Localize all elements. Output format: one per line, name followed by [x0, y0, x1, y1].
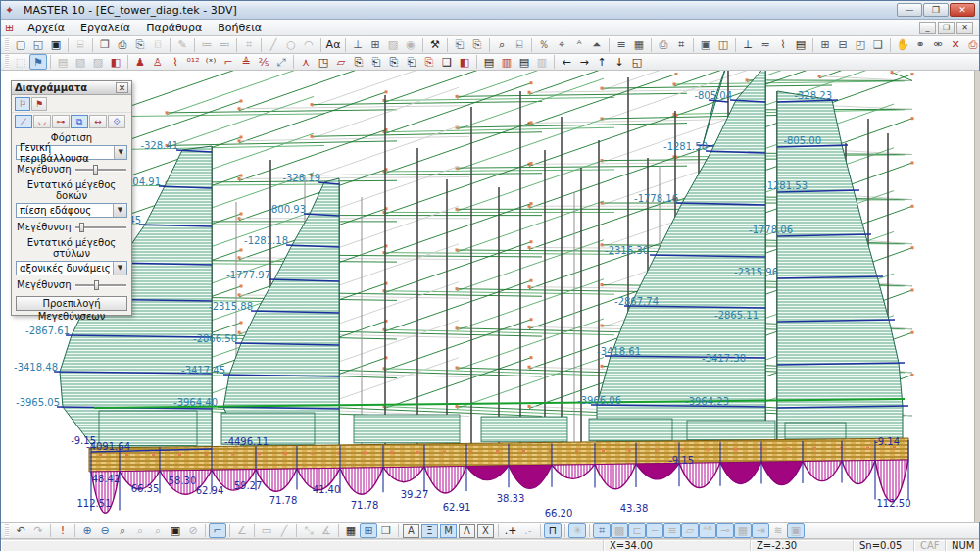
diag-moment-icon[interactable]: ⟋ — [15, 115, 32, 128]
draw-arc-icon[interactable]: ◠ — [300, 37, 318, 53]
print-preview-icon[interactable]: ⎘ — [131, 37, 149, 53]
clipboard-2-icon[interactable]: ⎗ — [368, 54, 385, 70]
node-tool-icon[interactable]: ⊥ — [349, 37, 367, 53]
snap-grid-icon[interactable]: ⌗ — [593, 523, 611, 538]
diag-axial-icon[interactable]: ⊶ — [52, 115, 70, 128]
edit-pencil-icon[interactable]: ✎ — [173, 37, 191, 53]
diagram-mode-icon[interactable]: ⚑ — [29, 54, 47, 70]
letter-Lambda-icon[interactable]: Λ — [459, 524, 475, 538]
beam-4-icon[interactable]: ▥ — [533, 54, 551, 70]
snap-edge-icon[interactable]: ⊏ — [628, 523, 646, 538]
chevron-down-icon[interactable]: ▼ — [113, 262, 126, 275]
frame-edit-icon[interactable]: ⊞ — [816, 37, 834, 53]
zoom-dynamic-icon[interactable]: ⌕ — [131, 523, 149, 538]
beam-3-icon[interactable]: ▤ — [515, 54, 533, 70]
section-view-icon[interactable]: ▤ — [792, 37, 809, 53]
cube-red-icon[interactable]: ◧ — [456, 54, 473, 70]
attach-icon[interactable]: ⌖ — [553, 37, 570, 53]
chb-stamp-icon[interactable]: ⌸ — [72, 37, 89, 53]
pan-down-icon[interactable]: ↓ — [611, 54, 628, 70]
snap-box-icon[interactable]: ▣ — [787, 523, 805, 538]
zoom-in-icon[interactable]: ⊕ — [78, 523, 96, 538]
list-layers-icon[interactable]: ≕ — [216, 37, 233, 53]
hatch-tool-icon[interactable]: ▨ — [384, 37, 402, 53]
clipboard-red-icon[interactable]: ⎘ — [420, 54, 438, 70]
render-icon[interactable]: ◫ — [714, 37, 732, 53]
loading-select[interactable]: Γενική περιβάλλουσα ▼ — [16, 145, 127, 160]
letter-Xi-icon[interactable]: Ξ — [421, 524, 438, 538]
diag-show-icon[interactable]: ⚐ — [15, 97, 30, 111]
delete-red-icon[interactable]: ✕ — [947, 37, 964, 53]
transfer-in-icon[interactable]: ⎘ — [468, 37, 486, 53]
diag-combo-icon[interactable]: ⟐ — [108, 115, 125, 128]
tables-icon[interactable]: ⌗ — [672, 37, 690, 53]
measure-icon[interactable]: ▭ — [258, 523, 275, 538]
letter-M-icon[interactable]: M — [440, 524, 457, 538]
copy-icon[interactable]: ❐ — [96, 37, 114, 53]
open-view-icon[interactable]: ◱ — [628, 54, 646, 70]
pan-hand-icon[interactable]: ✋ — [894, 37, 911, 53]
snap-mid-icon[interactable]: − — [646, 523, 663, 538]
letter-A-icon[interactable]: A — [403, 524, 419, 538]
text-tool-icon[interactable]: Aα — [324, 37, 342, 53]
percent-icon[interactable]: ％ — [535, 37, 553, 53]
mouse-mode-icon[interactable]: ⊓ — [544, 523, 562, 538]
snap-parallel-icon[interactable]: ≡ — [663, 523, 681, 538]
snap-wave-icon[interactable]: ≋ — [769, 523, 787, 538]
sum-tool-icon[interactable]: ≡ — [612, 37, 630, 53]
print-red-icon[interactable]: ⎙ — [964, 37, 980, 53]
zoom-scale-icon[interactable]: ⌕ — [149, 523, 167, 538]
drawing-canvas[interactable]: -328.41-804.91-1281.45-1778.10-2316.74-2… — [1, 71, 974, 522]
find-doc-icon[interactable]: ⌕ — [493, 37, 511, 53]
toolbar-grip[interactable] — [5, 524, 9, 537]
calc-icon[interactable]: ▦ — [342, 523, 360, 538]
save-file-icon[interactable]: ▣ — [47, 37, 65, 53]
diag-shear-icon[interactable]: ◡ — [33, 115, 51, 128]
support-3-icon[interactable]: ⌇ — [774, 37, 792, 53]
draw-circle-icon[interactable]: ○ — [282, 37, 300, 53]
zoom-previous-icon[interactable]: ⊘ — [184, 523, 202, 538]
crosshair-icon[interactable]: ✳ — [568, 523, 586, 538]
minimize-button[interactable]: — — [897, 3, 922, 17]
clipboard-1-icon[interactable]: ⎘ — [350, 54, 368, 70]
frame-view-icon[interactable]: ⊟ — [834, 37, 852, 53]
diag-arrow-icon[interactable]: ↔ — [89, 115, 107, 128]
calc-tool-icon[interactable]: ▦ — [630, 37, 648, 53]
pick-tool-icon[interactable]: ◉ — [402, 37, 419, 53]
palette-close-icon[interactable]: ✕ — [116, 82, 128, 93]
copy-entities-icon[interactable]: ❐ — [377, 523, 395, 538]
transfer-out-icon[interactable]: ⎗ — [451, 37, 468, 53]
open-file-icon[interactable]: ◱ — [29, 37, 47, 53]
palette-title-bar[interactable]: Διαγράμματα ✕ — [12, 81, 131, 95]
tools-hammer-icon[interactable]: ⚒ — [426, 37, 444, 53]
label-tri-icon[interactable]: ≜ — [237, 54, 255, 70]
new-file-icon[interactable]: ▢ — [12, 37, 29, 53]
level-a-icon[interactable]: ᴬ — [570, 37, 588, 53]
label-frac-icon[interactable]: ⅖ — [255, 54, 272, 70]
dimension-icon[interactable]: ⤡ — [300, 523, 318, 538]
support-2-icon[interactable]: ≂ — [757, 37, 774, 53]
elt-tool-icon[interactable]: ⊞ — [367, 37, 384, 53]
redo-icon[interactable]: ↷ — [29, 523, 47, 538]
chart-axial-icon[interactable]: ▨ — [89, 54, 107, 70]
plane-view-icon[interactable]: ▱ — [332, 54, 350, 70]
chart-shear-icon[interactable]: ▧ — [72, 54, 89, 70]
annotate-member-icon[interactable]: ♙ — [149, 54, 167, 70]
close-button[interactable]: ✕ — [950, 3, 975, 17]
member-red-icon[interactable]: ⋏ — [297, 54, 315, 70]
print-icon[interactable]: ⎙ — [114, 37, 131, 53]
snap-quad-icon[interactable]: ▱ — [681, 523, 699, 538]
beams-select[interactable]: πίεση εδάφους ▼ — [16, 203, 127, 218]
label-xy-icon[interactable]: ⁽ˣ⁾ — [202, 54, 220, 70]
mdi-restore-button[interactable]: ❐ — [938, 22, 955, 34]
chevron-down-icon[interactable]: ▼ — [113, 204, 126, 217]
diag-mirror-icon[interactable]: ⧉ — [71, 115, 88, 128]
toolbar-grip[interactable] — [5, 38, 9, 52]
pan-left-icon[interactable]: ← — [558, 54, 575, 70]
list-entities-icon[interactable]: ≔ — [198, 37, 216, 53]
columns-zoom-slider[interactable] — [75, 281, 126, 289]
snap-ab-icon[interactable]: ᴬᴮ — [699, 523, 716, 538]
slider-thumb[interactable] — [94, 280, 99, 290]
toolbar-grip[interactable] — [5, 55, 9, 69]
label-vec-icon[interactable]: ⤢ — [272, 54, 290, 70]
